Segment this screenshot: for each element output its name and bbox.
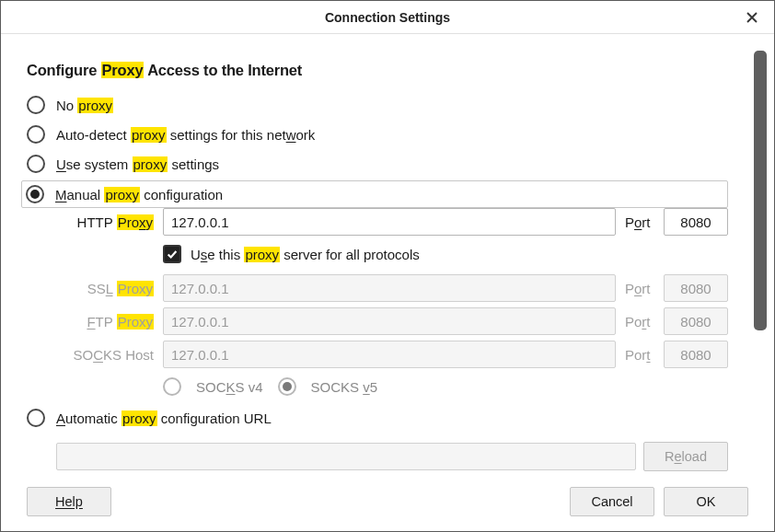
cancel-button[interactable]: Cancel <box>570 487 654 516</box>
ok-button-label: OK <box>697 494 716 509</box>
use-for-all-row: Use this proxy server for all protocols <box>163 241 728 269</box>
ssl-proxy-label: SSL Proxy <box>56 281 157 296</box>
radio-manual-proxy-label: Manual proxy configuration <box>55 187 223 202</box>
radio-auto-detect[interactable] <box>27 125 45 144</box>
radio-socks-v4 <box>163 377 181 396</box>
close-icon <box>746 11 758 24</box>
dialog-button-bar: Help Cancel OK <box>1 478 774 531</box>
radio-system-proxy[interactable] <box>27 155 45 173</box>
radio-no-proxy-row: No proxy <box>27 92 728 121</box>
ftp-proxy-port-input <box>664 307 728 335</box>
reload-button: Reload <box>643 442 728 471</box>
socks-host-input <box>163 341 616 368</box>
ssl-proxy-port-label: Port <box>621 281 658 296</box>
http-proxy-label: HTTP Proxy <box>56 214 157 230</box>
http-proxy-port-label: Port <box>621 214 658 230</box>
radio-auto-detect-row: Auto-detect proxy settings for this netw… <box>27 121 728 151</box>
reload-button-label: Reload <box>665 449 707 464</box>
auto-url-input <box>56 443 636 470</box>
check-icon <box>166 248 179 260</box>
use-for-all-label: Use this proxy server for all protocols <box>191 247 420 262</box>
titlebar: Connection Settings <box>1 1 774 34</box>
ftp-proxy-host-input <box>163 307 616 335</box>
radio-auto-url-label: Automatic proxy configuration URL <box>56 411 272 426</box>
http-proxy-host-input[interactable] <box>163 208 616 236</box>
radio-manual-proxy[interactable] <box>26 185 44 203</box>
close-button[interactable] <box>734 1 770 34</box>
cancel-button-label: Cancel <box>591 494 632 509</box>
auto-url-input-row: Reload <box>56 442 728 471</box>
proxy-form-grid: HTTP Proxy Port Use this proxy server fo… <box>56 208 728 399</box>
radio-system-proxy-label: Use system proxy settings <box>56 156 219 172</box>
ssl-proxy-host-input <box>163 274 616 302</box>
help-button-label: Help <box>55 494 83 509</box>
radio-auto-url[interactable] <box>27 409 45 427</box>
socks-port-label: Port <box>621 347 658 363</box>
radio-auto-detect-label: Auto-detect proxy settings for this netw… <box>56 127 315 143</box>
socks-port-input <box>664 341 728 368</box>
help-button[interactable]: Help <box>27 487 111 516</box>
scrollbar-thumb[interactable] <box>754 51 767 330</box>
radio-socks-v4-label: SOCKS v4 <box>196 379 263 395</box>
radio-system-proxy-row: Use system proxy settings <box>27 151 728 180</box>
window-title: Connection Settings <box>1 10 774 25</box>
radio-manual-proxy-row: Manual proxy configuration <box>21 180 728 208</box>
http-proxy-port-input[interactable] <box>664 208 728 236</box>
socks-version-row: SOCKS v4 SOCKS v5 <box>163 374 728 399</box>
radio-socks-v5 <box>278 377 296 396</box>
ok-button[interactable]: OK <box>664 487 748 516</box>
radio-socks-v5-label: SOCKS v5 <box>311 379 378 395</box>
section-heading: Configure Proxy Access to the Internet <box>27 62 728 79</box>
connection-settings-dialog: Connection Settings Configure Proxy Acce… <box>0 0 775 532</box>
radio-no-proxy[interactable] <box>27 96 45 114</box>
ftp-proxy-label: FTP Proxy <box>56 314 157 330</box>
use-for-all-checkbox[interactable] <box>163 245 181 263</box>
radio-no-proxy-label: No proxy <box>56 98 113 113</box>
socks-host-label: SOCKS Host <box>56 347 157 363</box>
vertical-scrollbar[interactable] <box>754 51 767 330</box>
dialog-content: Configure Proxy Access to the Internet N… <box>1 34 754 478</box>
radio-auto-url-row: Automatic proxy configuration URL <box>27 405 728 434</box>
ssl-proxy-port-input <box>664 274 728 302</box>
ftp-proxy-port-label: Port <box>621 314 658 330</box>
